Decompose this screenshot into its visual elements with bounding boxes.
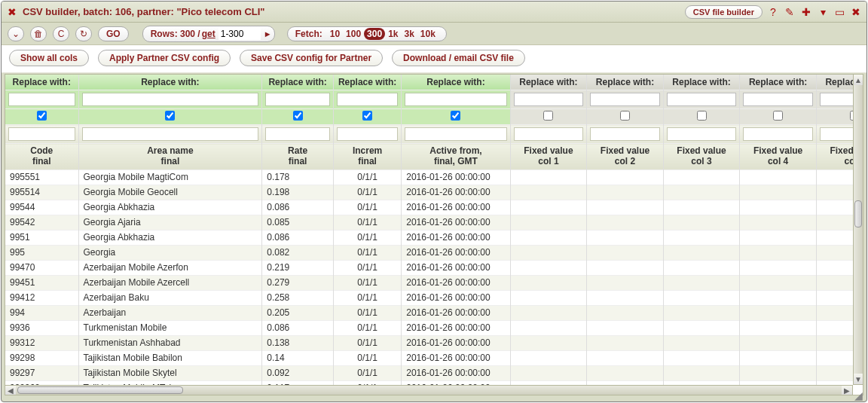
cell: 0.198 xyxy=(262,185,334,200)
resize-grip-icon[interactable]: ◢ xyxy=(854,389,865,400)
maximize-icon[interactable]: ▭ xyxy=(833,6,845,18)
fetch-option-3k[interactable]: 3k xyxy=(401,28,417,40)
collapse-icon[interactable]: ▾ xyxy=(817,6,829,18)
rows-get-link[interactable]: get xyxy=(202,29,215,39)
filter-input-col5[interactable] xyxy=(514,127,584,141)
replace-input-col4[interactable] xyxy=(405,93,506,106)
apply-partner-config-button[interactable]: Apply Partner CSV config xyxy=(98,50,231,66)
replace-input-col8[interactable] xyxy=(743,93,813,106)
cell xyxy=(587,245,664,260)
cell xyxy=(740,260,817,275)
column-header[interactable]: Area namefinal xyxy=(78,144,262,170)
replace-checkbox-col1[interactable] xyxy=(165,111,175,121)
cell: Georgia Mobile MagtiCom xyxy=(78,169,262,185)
download-email-button[interactable]: Download / email CSV file xyxy=(392,50,525,66)
show-all-cols-button[interactable]: Show all cols xyxy=(9,50,89,66)
table-row[interactable]: 994Azerbaijan0.2050/1/12016-01-26 00:00:… xyxy=(5,305,863,320)
replace-checkbox-col8[interactable] xyxy=(773,111,783,121)
filter-clear-icon[interactable]: ⌄ xyxy=(8,26,24,41)
replace-checkbox-col2[interactable] xyxy=(293,111,303,121)
vertical-scroll-thumb[interactable] xyxy=(854,200,862,227)
replace-input-col7[interactable] xyxy=(667,93,737,106)
csv-file-builder-button[interactable]: CSV file builder xyxy=(685,5,763,19)
column-header[interactable]: Incremfinal xyxy=(334,144,402,170)
column-header[interactable]: Ratefinal xyxy=(262,144,334,170)
replace-checkbox-col6[interactable] xyxy=(620,111,630,121)
table-row[interactable]: 99312Turkmenistan Ashhabad0.1380/1/12016… xyxy=(5,335,863,350)
table-row[interactable]: 99451Azerbaijan Mobile Azercell0.2790/1/… xyxy=(5,275,863,290)
titlebar-tools: CSV file builder ? ✎ ✚ ▾ ▭ ✖ xyxy=(685,5,862,19)
table-row[interactable]: 99298Tajikistan Mobile Babilon0.140/1/12… xyxy=(5,350,863,365)
scroll-left-icon[interactable]: ◀ xyxy=(5,386,16,395)
replace-input-col0[interactable] xyxy=(8,93,75,106)
go-button[interactable]: GO xyxy=(98,26,129,41)
fetch-option-300[interactable]: 300 xyxy=(364,28,385,40)
refresh-icon[interactable]: C xyxy=(53,26,69,41)
column-header[interactable]: Fixed valuecol 2 xyxy=(587,144,664,170)
vertical-scrollbar[interactable]: ▲ ▼ xyxy=(853,74,863,385)
table-row[interactable]: 99542Georgia Ajaria0.0850/1/12016-01-26 … xyxy=(5,215,863,230)
replace-input-col1[interactable] xyxy=(82,93,259,106)
filter-input-col6[interactable] xyxy=(590,127,660,141)
cell xyxy=(587,365,664,380)
column-header[interactable]: Fixed valuecol 4 xyxy=(740,144,817,170)
filter-input-col8[interactable] xyxy=(743,127,813,141)
column-header[interactable]: Fixed valuecol 3 xyxy=(663,144,740,170)
filter-input-col3[interactable] xyxy=(337,127,398,141)
edit-icon[interactable]: ✎ xyxy=(784,6,796,18)
scroll-right-icon[interactable]: ▶ xyxy=(842,386,852,395)
filter-input-col7[interactable] xyxy=(667,127,737,141)
close-window-icon[interactable]: ✖ xyxy=(850,6,862,18)
replace-checkbox-col3[interactable] xyxy=(362,111,372,121)
table-row[interactable]: 9936Turkmenistan Mobile0.0860/1/12016-01… xyxy=(5,320,863,335)
replace-checkbox-col5[interactable] xyxy=(543,111,553,121)
column-header[interactable]: Codefinal xyxy=(5,144,78,170)
cell: 0.258 xyxy=(262,290,334,305)
cell: 0.279 xyxy=(262,275,334,290)
replace-input-col6[interactable] xyxy=(590,93,660,106)
fetch-option-100[interactable]: 100 xyxy=(343,28,364,40)
redo-icon[interactable]: ↻ xyxy=(75,26,92,41)
cell: 0/1/1 xyxy=(334,275,402,290)
column-header[interactable]: Fixed valuecol 1 xyxy=(510,144,587,170)
filter-input-col2[interactable] xyxy=(265,127,330,141)
filter-input-col0[interactable] xyxy=(8,127,75,141)
fetch-option-10[interactable]: 10 xyxy=(327,28,343,40)
grid-scroll[interactable]: Replace with:Replace with:Replace with:R… xyxy=(5,75,863,395)
table-row[interactable]: 995Georgia0.0820/1/12016-01-26 00:00:00 xyxy=(5,245,863,260)
close-icon[interactable]: ✖ xyxy=(6,6,18,18)
cell xyxy=(587,290,664,305)
replace-checkbox-col7[interactable] xyxy=(697,111,707,121)
table-row[interactable]: 995514Georgia Mobile Geocell0.1980/1/120… xyxy=(5,185,863,200)
replace-checkbox-col4[interactable] xyxy=(451,111,460,121)
cell xyxy=(663,185,740,200)
scroll-down-icon[interactable]: ▼ xyxy=(854,374,863,384)
column-header[interactable]: Active from,final, GMT xyxy=(402,144,510,170)
save-partner-config-button[interactable]: Save CSV config for Partner xyxy=(240,50,383,66)
play-icon[interactable]: ▸ xyxy=(265,29,270,39)
help-icon[interactable]: ? xyxy=(767,6,779,18)
table-row[interactable]: 99412Azerbaijan Baku0.2580/1/12016-01-26… xyxy=(5,290,863,305)
table-row[interactable]: 99544Georgia Abkhazia0.0860/1/12016-01-2… xyxy=(5,200,863,215)
trash-icon[interactable]: 🗑 xyxy=(30,26,47,41)
table-row[interactable]: 995551Georgia Mobile MagtiCom0.1780/1/12… xyxy=(5,169,863,185)
replace-input-col3[interactable] xyxy=(337,93,398,106)
add-icon[interactable]: ✚ xyxy=(800,6,812,18)
rows-range-input[interactable] xyxy=(219,28,261,40)
table-row[interactable]: 99297Tajikistan Mobile Skytel0.0920/1/12… xyxy=(5,365,863,380)
replace-checkbox-col0[interactable] xyxy=(37,111,47,121)
replace-input-col2[interactable] xyxy=(265,93,330,106)
scroll-up-icon[interactable]: ▲ xyxy=(854,75,863,85)
replace-input-col5[interactable] xyxy=(514,93,584,106)
cell xyxy=(740,230,817,245)
horizontal-scrollbar[interactable]: ◀ ▶ xyxy=(5,385,853,395)
filter-input-col1[interactable] xyxy=(82,127,259,141)
cell: 0.085 xyxy=(262,215,334,230)
horizontal-scroll-thumb[interactable] xyxy=(17,386,183,394)
table-row[interactable]: 9951Georgia Abkhazia0.0860/1/12016-01-26… xyxy=(5,230,863,245)
filter-input-col4[interactable] xyxy=(405,127,506,141)
table-row[interactable]: 99470Azerbaijan Mobile Azerfon0.2190/1/1… xyxy=(5,260,863,275)
fetch-option-10k[interactable]: 10k xyxy=(417,28,439,40)
cell: 0.092 xyxy=(262,365,334,380)
fetch-option-1k[interactable]: 1k xyxy=(385,28,401,40)
